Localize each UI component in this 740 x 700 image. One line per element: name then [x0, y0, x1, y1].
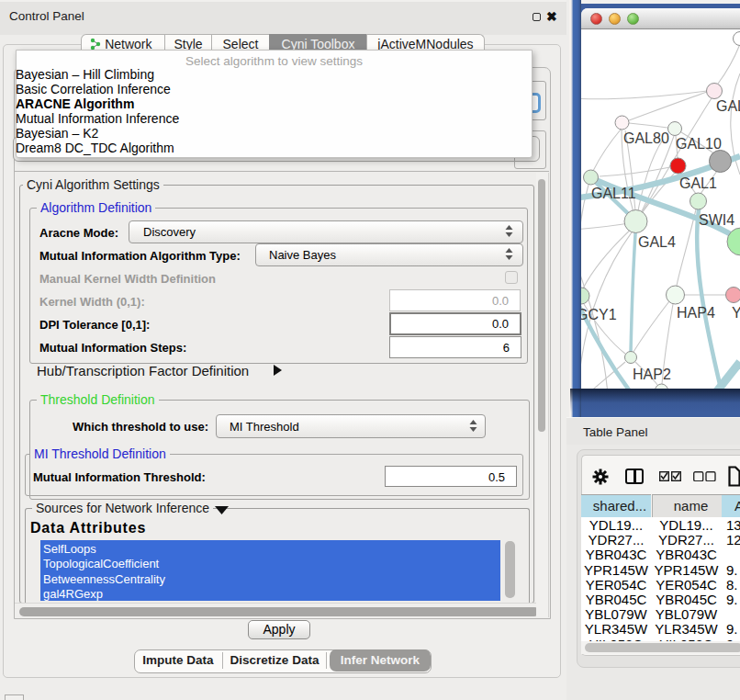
svg-text:GAL7: GAL7: [716, 98, 740, 114]
svg-text:HAP2: HAP2: [633, 367, 671, 382]
svg-text:SWI4: SWI4: [699, 212, 734, 228]
svg-text:GAL1: GAL1: [679, 175, 717, 191]
svg-text:GAL11: GAL11: [591, 186, 636, 201]
svg-text:HAP4: HAP4: [677, 305, 715, 321]
svg-text:YJ: YJ: [732, 305, 740, 321]
svg-text:GAL4: GAL4: [638, 234, 676, 250]
svg-text:GAL10: GAL10: [676, 136, 722, 152]
svg-text:GCY1: GCY1: [581, 307, 617, 322]
svg-text:GAL80: GAL80: [623, 130, 669, 146]
